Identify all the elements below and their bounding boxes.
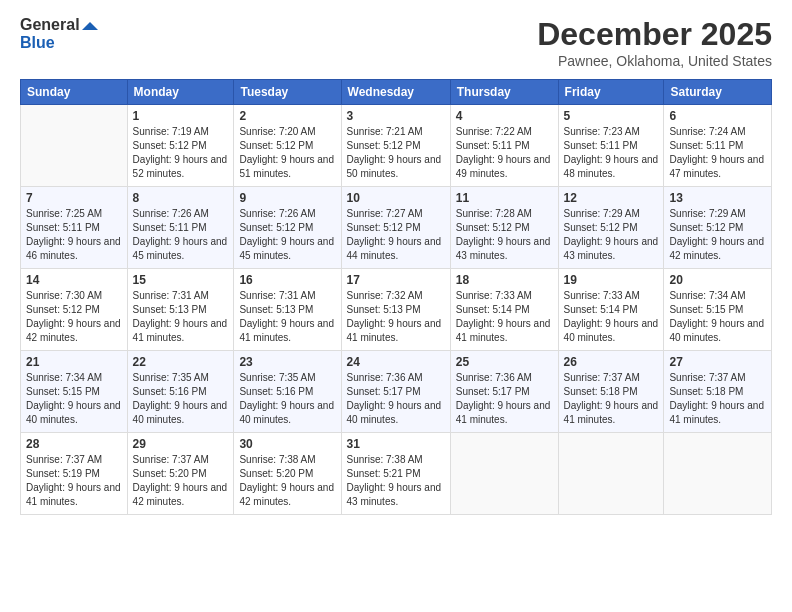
day-info: Sunrise: 7:20 AMSunset: 5:12 PMDaylight:… (239, 125, 335, 181)
day-number: 25 (456, 355, 553, 369)
calendar-cell: 27Sunrise: 7:37 AMSunset: 5:18 PMDayligh… (664, 351, 772, 433)
calendar-cell: 17Sunrise: 7:32 AMSunset: 5:13 PMDayligh… (341, 269, 450, 351)
calendar-cell: 23Sunrise: 7:35 AMSunset: 5:16 PMDayligh… (234, 351, 341, 433)
calendar-cell: 20Sunrise: 7:34 AMSunset: 5:15 PMDayligh… (664, 269, 772, 351)
calendar-cell: 18Sunrise: 7:33 AMSunset: 5:14 PMDayligh… (450, 269, 558, 351)
calendar-cell: 26Sunrise: 7:37 AMSunset: 5:18 PMDayligh… (558, 351, 664, 433)
calendar-cell: 11Sunrise: 7:28 AMSunset: 5:12 PMDayligh… (450, 187, 558, 269)
header-thursday: Thursday (450, 80, 558, 105)
calendar-cell (558, 433, 664, 515)
calendar-cell: 30Sunrise: 7:38 AMSunset: 5:20 PMDayligh… (234, 433, 341, 515)
day-info: Sunrise: 7:24 AMSunset: 5:11 PMDaylight:… (669, 125, 766, 181)
header-monday: Monday (127, 80, 234, 105)
day-info: Sunrise: 7:27 AMSunset: 5:12 PMDaylight:… (347, 207, 445, 263)
day-number: 23 (239, 355, 335, 369)
day-number: 9 (239, 191, 335, 205)
calendar-cell: 6Sunrise: 7:24 AMSunset: 5:11 PMDaylight… (664, 105, 772, 187)
day-info: Sunrise: 7:33 AMSunset: 5:14 PMDaylight:… (564, 289, 659, 345)
day-info: Sunrise: 7:38 AMSunset: 5:21 PMDaylight:… (347, 453, 445, 509)
calendar-cell: 14Sunrise: 7:30 AMSunset: 5:12 PMDayligh… (21, 269, 128, 351)
day-number: 19 (564, 273, 659, 287)
day-number: 8 (133, 191, 229, 205)
calendar-cell: 15Sunrise: 7:31 AMSunset: 5:13 PMDayligh… (127, 269, 234, 351)
day-number: 2 (239, 109, 335, 123)
day-number: 18 (456, 273, 553, 287)
day-info: Sunrise: 7:35 AMSunset: 5:16 PMDaylight:… (133, 371, 229, 427)
calendar-header-row: Sunday Monday Tuesday Wednesday Thursday… (21, 80, 772, 105)
day-info: Sunrise: 7:30 AMSunset: 5:12 PMDaylight:… (26, 289, 122, 345)
day-number: 4 (456, 109, 553, 123)
day-number: 10 (347, 191, 445, 205)
calendar-cell: 24Sunrise: 7:36 AMSunset: 5:17 PMDayligh… (341, 351, 450, 433)
day-info: Sunrise: 7:33 AMSunset: 5:14 PMDaylight:… (456, 289, 553, 345)
calendar-cell: 9Sunrise: 7:26 AMSunset: 5:12 PMDaylight… (234, 187, 341, 269)
calendar-cell: 2Sunrise: 7:20 AMSunset: 5:12 PMDaylight… (234, 105, 341, 187)
day-number: 3 (347, 109, 445, 123)
day-number: 17 (347, 273, 445, 287)
page-container: General Blue December 2025 Pawnee, Oklah… (0, 0, 792, 612)
day-info: Sunrise: 7:34 AMSunset: 5:15 PMDaylight:… (669, 289, 766, 345)
calendar-week-row: 14Sunrise: 7:30 AMSunset: 5:12 PMDayligh… (21, 269, 772, 351)
logo-text-block: General Blue (20, 16, 98, 51)
day-number: 16 (239, 273, 335, 287)
day-info: Sunrise: 7:38 AMSunset: 5:20 PMDaylight:… (239, 453, 335, 509)
calendar-cell: 16Sunrise: 7:31 AMSunset: 5:13 PMDayligh… (234, 269, 341, 351)
calendar-cell: 31Sunrise: 7:38 AMSunset: 5:21 PMDayligh… (341, 433, 450, 515)
calendar-cell: 7Sunrise: 7:25 AMSunset: 5:11 PMDaylight… (21, 187, 128, 269)
day-info: Sunrise: 7:28 AMSunset: 5:12 PMDaylight:… (456, 207, 553, 263)
calendar-week-row: 21Sunrise: 7:34 AMSunset: 5:15 PMDayligh… (21, 351, 772, 433)
day-number: 31 (347, 437, 445, 451)
day-number: 7 (26, 191, 122, 205)
day-number: 27 (669, 355, 766, 369)
day-number: 11 (456, 191, 553, 205)
logo-blue: Blue (20, 34, 55, 52)
header: General Blue December 2025 Pawnee, Oklah… (20, 16, 772, 69)
location: Pawnee, Oklahoma, United States (537, 53, 772, 69)
day-info: Sunrise: 7:37 AMSunset: 5:20 PMDaylight:… (133, 453, 229, 509)
day-info: Sunrise: 7:26 AMSunset: 5:11 PMDaylight:… (133, 207, 229, 263)
day-number: 1 (133, 109, 229, 123)
calendar-cell: 1Sunrise: 7:19 AMSunset: 5:12 PMDaylight… (127, 105, 234, 187)
day-info: Sunrise: 7:31 AMSunset: 5:13 PMDaylight:… (239, 289, 335, 345)
day-number: 26 (564, 355, 659, 369)
calendar-cell: 19Sunrise: 7:33 AMSunset: 5:14 PMDayligh… (558, 269, 664, 351)
calendar-cell: 25Sunrise: 7:36 AMSunset: 5:17 PMDayligh… (450, 351, 558, 433)
calendar-cell: 28Sunrise: 7:37 AMSunset: 5:19 PMDayligh… (21, 433, 128, 515)
day-number: 24 (347, 355, 445, 369)
calendar-cell: 22Sunrise: 7:35 AMSunset: 5:16 PMDayligh… (127, 351, 234, 433)
calendar-cell: 8Sunrise: 7:26 AMSunset: 5:11 PMDaylight… (127, 187, 234, 269)
logo-general: General (20, 16, 98, 34)
day-info: Sunrise: 7:26 AMSunset: 5:12 PMDaylight:… (239, 207, 335, 263)
day-number: 29 (133, 437, 229, 451)
day-info: Sunrise: 7:37 AMSunset: 5:18 PMDaylight:… (669, 371, 766, 427)
day-info: Sunrise: 7:35 AMSunset: 5:16 PMDaylight:… (239, 371, 335, 427)
day-info: Sunrise: 7:37 AMSunset: 5:19 PMDaylight:… (26, 453, 122, 509)
day-number: 22 (133, 355, 229, 369)
day-info: Sunrise: 7:37 AMSunset: 5:18 PMDaylight:… (564, 371, 659, 427)
header-friday: Friday (558, 80, 664, 105)
day-number: 14 (26, 273, 122, 287)
day-info: Sunrise: 7:36 AMSunset: 5:17 PMDaylight:… (456, 371, 553, 427)
day-info: Sunrise: 7:22 AMSunset: 5:11 PMDaylight:… (456, 125, 553, 181)
calendar-cell: 29Sunrise: 7:37 AMSunset: 5:20 PMDayligh… (127, 433, 234, 515)
day-number: 5 (564, 109, 659, 123)
calendar-cell: 10Sunrise: 7:27 AMSunset: 5:12 PMDayligh… (341, 187, 450, 269)
header-saturday: Saturday (664, 80, 772, 105)
logo: General Blue (20, 16, 98, 51)
month-title: December 2025 (537, 16, 772, 53)
day-info: Sunrise: 7:32 AMSunset: 5:13 PMDaylight:… (347, 289, 445, 345)
calendar-cell: 4Sunrise: 7:22 AMSunset: 5:11 PMDaylight… (450, 105, 558, 187)
calendar-cell (450, 433, 558, 515)
day-number: 28 (26, 437, 122, 451)
calendar-cell: 21Sunrise: 7:34 AMSunset: 5:15 PMDayligh… (21, 351, 128, 433)
day-info: Sunrise: 7:29 AMSunset: 5:12 PMDaylight:… (669, 207, 766, 263)
day-info: Sunrise: 7:25 AMSunset: 5:11 PMDaylight:… (26, 207, 122, 263)
day-info: Sunrise: 7:34 AMSunset: 5:15 PMDaylight:… (26, 371, 122, 427)
day-info: Sunrise: 7:23 AMSunset: 5:11 PMDaylight:… (564, 125, 659, 181)
day-info: Sunrise: 7:19 AMSunset: 5:12 PMDaylight:… (133, 125, 229, 181)
day-number: 21 (26, 355, 122, 369)
day-number: 20 (669, 273, 766, 287)
day-number: 30 (239, 437, 335, 451)
header-wednesday: Wednesday (341, 80, 450, 105)
day-info: Sunrise: 7:36 AMSunset: 5:17 PMDaylight:… (347, 371, 445, 427)
